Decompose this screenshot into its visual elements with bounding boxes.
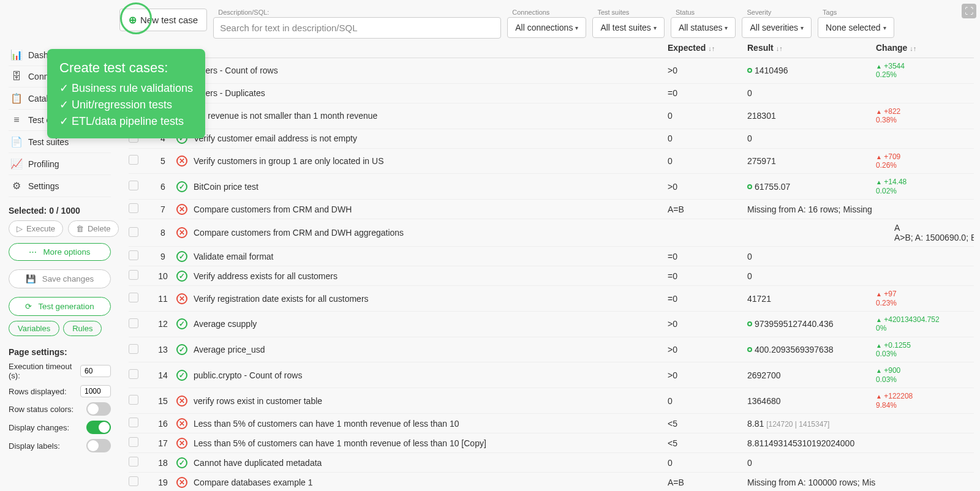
plus-icon: ⊕ [129, 14, 137, 26]
row-checkbox[interactable] [129, 250, 138, 260]
table-row[interactable]: 17✕Less than 5% of customers can have 1 … [129, 433, 974, 453]
table-row[interactable]: 10✓Verify address exists for all custome… [129, 266, 974, 286]
table-row[interactable]: 8✕Compare customers from CRM and DWH agg… [129, 219, 974, 247]
new-test-label: New test case [140, 15, 198, 25]
table-row[interactable]: 4✓Verify customer email address is not e… [129, 129, 974, 149]
expand-icon[interactable]: ⛶ [962, 4, 976, 18]
row-checkbox[interactable] [129, 203, 138, 213]
rows-displayed-input[interactable] [80, 385, 111, 397]
row-checkbox[interactable] [129, 227, 138, 237]
exec-timeout-input[interactable] [80, 365, 111, 377]
filter-connections[interactable]: All connections▾ [507, 17, 586, 38]
table-row[interactable]: 15✕verify rows exist in customer table01… [129, 388, 974, 414]
table-row[interactable]: 19✕Compare databases example 1A=BMissing… [129, 473, 974, 491]
sidebar-item-settings[interactable]: ⚙Settings [9, 175, 111, 197]
row-checkbox[interactable] [129, 476, 138, 486]
table-row[interactable]: 14✓public.crypto - Count of rows>0269270… [129, 362, 974, 388]
filter-severity[interactable]: All severities▾ [742, 17, 812, 38]
row-result: 275971 [747, 156, 876, 166]
row-description: Less than 5% of customers can have 1 mon… [194, 438, 668, 448]
row-checkbox[interactable] [129, 181, 138, 190]
row-number: 16 [149, 419, 176, 429]
row-checkbox[interactable] [129, 293, 138, 302]
row-result: 218301 [747, 111, 876, 121]
result-dot-icon [747, 184, 752, 189]
row-checkbox[interactable] [129, 270, 138, 280]
save-changes-button[interactable]: 💾Save changes [9, 269, 111, 288]
row-number: 15 [149, 396, 176, 406]
row-expected: AA>B; A: 1500690.0; B: 500500.0 [894, 223, 974, 242]
table-row[interactable]: 7✕Compare customers from CRM and DWHA=BM… [129, 200, 974, 219]
new-test-case-button[interactable]: ⊕ New test case [119, 9, 207, 31]
change-arrow-icon: ▲ [876, 108, 882, 115]
table-row[interactable]: 3✕nth revenue is not smaller than 1 mont… [129, 103, 974, 129]
row-colors-toggle[interactable] [86, 402, 111, 416]
row-expected: A=B [668, 204, 747, 214]
row-checkbox[interactable] [129, 457, 138, 467]
row-number: 7 [149, 204, 176, 214]
change-arrow-icon: ▲ [876, 367, 882, 374]
more-options-button[interactable]: ⋯More options [9, 243, 111, 261]
row-checkbox[interactable] [129, 437, 138, 447]
header-result[interactable]: Result↓↑ [747, 43, 876, 53]
status-fail-icon: ✕ [176, 293, 187, 304]
filter-suites[interactable]: All test suites▾ [592, 17, 664, 38]
row-number: 8 [149, 228, 176, 238]
row-checkbox[interactable] [129, 369, 138, 379]
row-checkbox[interactable] [129, 395, 138, 405]
header-expected[interactable]: Expected↓↑ [668, 43, 747, 53]
row-expected: 0 [668, 396, 747, 406]
status-ok-icon: ✓ [176, 271, 187, 282]
row-result: 41721 [747, 294, 876, 304]
table-row[interactable]: 1✓omers - Count of rows>01410496▲ +35440… [129, 58, 974, 84]
row-result: 0 [747, 458, 876, 468]
change-arrow-icon: ▲ [876, 393, 882, 400]
row-description: verify rows exist in customer table [194, 396, 668, 406]
test-generation-button[interactable]: ⟳Test generation [9, 297, 111, 316]
row-result: 0 [747, 271, 876, 281]
callout-line1: ✓ Business rule validations [59, 80, 193, 97]
table-row[interactable]: 5✕Verify customers in group 1 are only l… [129, 149, 974, 174]
caret-down-icon: ▾ [575, 24, 578, 31]
execute-button[interactable]: ▷Execute [9, 220, 63, 237]
table-row[interactable]: 11✕Verify registration date exists for a… [129, 286, 974, 312]
row-checkbox[interactable] [129, 155, 138, 165]
table-row[interactable]: 6✓BitCoin price test>061755.07▲ +14.480.… [129, 174, 974, 200]
search-input[interactable] [213, 17, 501, 39]
table-row[interactable]: 12✓Average csupply>09739595127440.436▲ +… [129, 312, 974, 337]
table-row[interactable]: 9✓Validate email format=00 [129, 247, 974, 266]
rules-button[interactable]: Rules [63, 321, 102, 336]
row-checkbox[interactable] [129, 318, 138, 328]
row-expected: 0 [668, 111, 747, 121]
table-row[interactable]: 16✕Less than 5% of customers can have 1 … [129, 414, 974, 433]
header-change[interactable]: Change↓↑ [876, 43, 974, 53]
row-result: A>B; A: 1500690.0; B: 500500.0 [894, 233, 974, 242]
table-row[interactable]: 18✓Cannot have duplicated metadata00 [129, 453, 974, 473]
row-description: Cannot have duplicated metadata [194, 458, 668, 468]
row-result: Missing from A: 100000 rows; Mis [747, 478, 876, 487]
row-description: Compare databases example 1 [194, 478, 668, 487]
sort-icon: ↓↑ [910, 45, 916, 52]
row-expected: >0 [668, 182, 747, 192]
delete-button[interactable]: 🗑Delete [68, 220, 119, 237]
filter-suites-label: Test suites [592, 9, 664, 16]
page-settings-heading: Page settings: [9, 347, 111, 357]
row-checkbox[interactable] [129, 344, 138, 354]
table-row[interactable]: 13✓Average price_usd>0400.2093569397638▲… [129, 337, 974, 363]
sidebar-item-profiling[interactable]: 📈Profiling [9, 153, 111, 175]
variables-button[interactable]: Variables [9, 321, 59, 336]
filter-tags[interactable]: None selected▾ [818, 17, 894, 38]
list-icon: ≡ [11, 114, 22, 126]
row-description: Compare customers from CRM and DWH aggre… [194, 228, 894, 238]
row-expected: 0 [668, 156, 747, 166]
row-description: Verify address exists for all customers [194, 271, 668, 281]
row-number: 9 [149, 252, 176, 261]
filter-status[interactable]: All statuses▾ [671, 17, 736, 38]
table-row[interactable]: 2✓omers - Duplicates=00 [129, 84, 974, 103]
rows-displayed-label: Rows displayed: [9, 387, 67, 396]
display-labels-toggle[interactable] [86, 439, 111, 452]
display-changes-toggle[interactable] [86, 421, 111, 434]
row-number: 14 [149, 370, 176, 380]
row-expected: <5 [668, 438, 747, 448]
row-checkbox[interactable] [129, 418, 138, 427]
